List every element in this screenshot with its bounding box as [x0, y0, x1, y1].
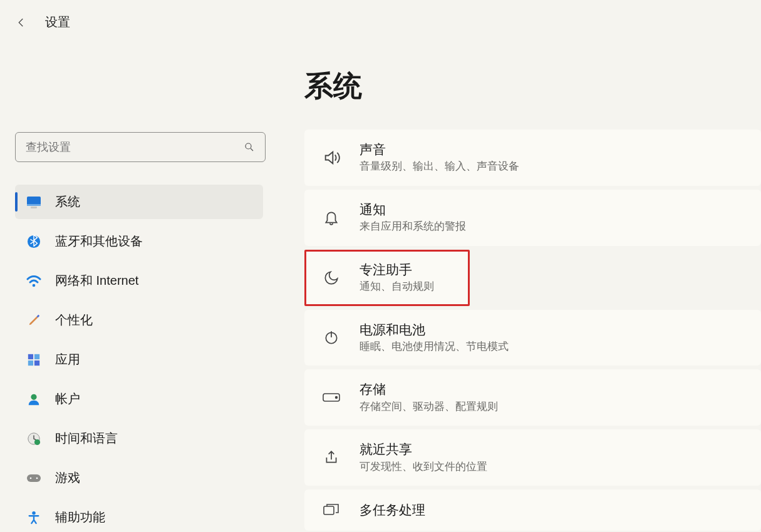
sidebar-item-label: 系统 [55, 193, 80, 210]
panel-title: 电源和电池 [360, 321, 509, 339]
sidebar-item-label: 网络和 Internet [55, 272, 138, 289]
svg-rect-20 [324, 506, 334, 514]
speaker-icon [322, 148, 341, 167]
person-icon [26, 392, 41, 407]
apps-icon [26, 352, 41, 367]
moon-icon [322, 269, 341, 287]
sidebar-item-time-language[interactable]: 时间和语言 [15, 421, 263, 456]
sidebar-item-network[interactable]: 网络和 Internet [15, 263, 263, 298]
svg-point-14 [30, 477, 32, 479]
svg-rect-8 [28, 360, 33, 365]
share-icon [322, 448, 341, 467]
svg-point-12 [34, 439, 40, 444]
sidebar-item-label: 应用 [55, 351, 80, 368]
sidebar-item-personalization[interactable]: 个性化 [15, 303, 263, 337]
paintbrush-icon [26, 313, 41, 328]
sidebar-item-label: 个性化 [55, 312, 93, 329]
svg-point-19 [336, 397, 338, 399]
search-icon [244, 141, 255, 153]
panel-title: 通知 [360, 201, 466, 218]
panel-title: 存储 [360, 381, 498, 398]
svg-rect-7 [34, 354, 39, 359]
bell-icon [322, 208, 341, 227]
sidebar-item-accounts[interactable]: 帐户 [15, 382, 263, 416]
panel-power-battery[interactable]: 电源和电池 睡眠、电池使用情况、节电模式 [304, 310, 761, 366]
sidebar: 系统 蓝牙和其他设备 网络和 Internet 个性化 [0, 44, 276, 532]
panel-subtitle: 通知、自动规则 [360, 279, 434, 295]
clock-globe-icon [26, 431, 41, 446]
sidebar-item-gaming[interactable]: 游戏 [15, 461, 263, 495]
page-title: 系统 [304, 67, 761, 106]
panel-multitasking[interactable]: 多任务处理 [304, 489, 761, 531]
power-icon [322, 328, 341, 347]
sidebar-item-label: 帐户 [55, 391, 80, 407]
panel-nearby-sharing[interactable]: 就近共享 可发现性、收到文件的位置 [304, 429, 761, 486]
sidebar-item-apps[interactable]: 应用 [15, 342, 263, 377]
svg-rect-6 [28, 354, 33, 359]
arrow-left-icon [16, 17, 27, 28]
sidebar-item-label: 游戏 [55, 469, 80, 486]
svg-point-10 [31, 394, 36, 399]
panel-focus-assist[interactable]: 专注助手 通知、自动规则 [304, 250, 470, 306]
svg-point-16 [32, 511, 36, 514]
accessibility-icon [26, 510, 41, 525]
multitask-icon [322, 501, 341, 519]
gamepad-icon [26, 471, 41, 486]
panel-title: 就近共享 [360, 441, 487, 458]
panel-subtitle: 可发现性、收到文件的位置 [360, 459, 487, 475]
sidebar-item-label: 蓝牙和其他设备 [55, 233, 143, 250]
sidebar-item-bluetooth[interactable]: 蓝牙和其他设备 [15, 224, 263, 258]
panel-subtitle: 存储空间、驱动器、配置规则 [360, 399, 498, 415]
title-bar: 设置 [0, 0, 761, 44]
panel-subtitle: 来自应用和系统的警报 [360, 218, 466, 235]
search-box[interactable] [15, 132, 266, 162]
panel-subtitle: 睡眠、电池使用情况、节电模式 [360, 339, 509, 355]
panel-sound[interactable]: 声音 音量级别、输出、输入、声音设备 [304, 130, 761, 186]
panel-title: 专注助手 [360, 261, 434, 279]
panel-title: 声音 [360, 141, 519, 158]
sidebar-item-label: 辅助功能 [55, 509, 105, 526]
search-input[interactable] [26, 141, 244, 154]
wifi-icon [26, 274, 41, 289]
monitor-icon [26, 195, 41, 210]
nav-list: 系统 蓝牙和其他设备 网络和 Internet 个性化 [15, 185, 263, 532]
svg-rect-2 [27, 204, 41, 206]
bluetooth-icon [26, 234, 41, 249]
sidebar-item-accessibility[interactable]: 辅助功能 [15, 500, 263, 532]
app-title: 设置 [45, 14, 70, 31]
panel-storage[interactable]: 存储 存储空间、驱动器、配置规则 [304, 369, 761, 426]
svg-point-5 [33, 284, 36, 287]
panel-title: 多任务处理 [360, 501, 425, 519]
back-button[interactable] [15, 16, 28, 29]
main-content: 系统 声音 音量级别、输出、输入、声音设备 通知 来自应用和系统的警报 [276, 44, 761, 532]
panel-subtitle: 音量级别、输出、输入、声音设备 [360, 158, 519, 175]
drive-icon [322, 388, 341, 407]
svg-point-15 [36, 477, 38, 479]
sidebar-item-label: 时间和语言 [55, 430, 118, 447]
svg-rect-3 [31, 207, 37, 208]
sidebar-item-system[interactable]: 系统 [15, 185, 263, 219]
svg-point-0 [246, 143, 251, 149]
svg-rect-13 [27, 474, 41, 482]
panel-notifications[interactable]: 通知 来自应用和系统的警报 [304, 190, 761, 246]
svg-rect-9 [34, 360, 39, 365]
